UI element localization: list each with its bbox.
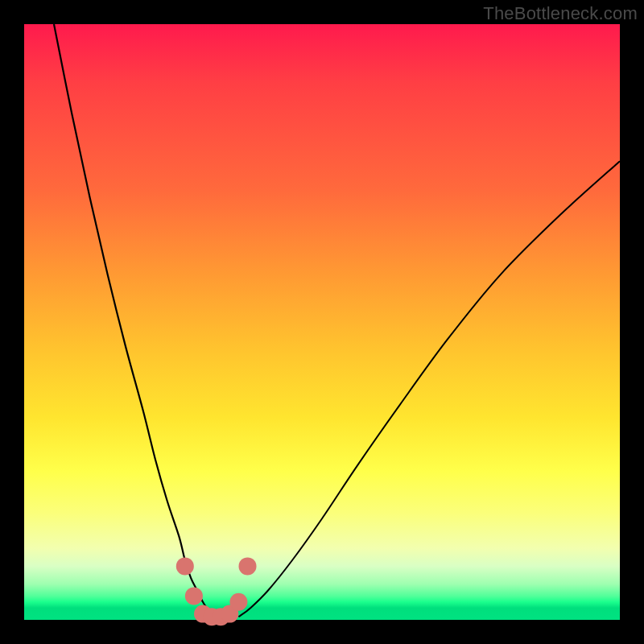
plot-area (24, 24, 620, 620)
bottom-marker (229, 593, 247, 611)
chart-frame: TheBottleneck.com (0, 0, 644, 644)
curves-svg (24, 24, 620, 620)
bottom-marker-group (176, 557, 257, 625)
left-branch-curve (54, 24, 215, 617)
bottom-marker (176, 557, 194, 575)
watermark-label: TheBottleneck.com (483, 3, 638, 24)
right-branch-curve (238, 161, 620, 617)
bottom-marker (185, 587, 203, 605)
bottom-marker (239, 557, 257, 575)
